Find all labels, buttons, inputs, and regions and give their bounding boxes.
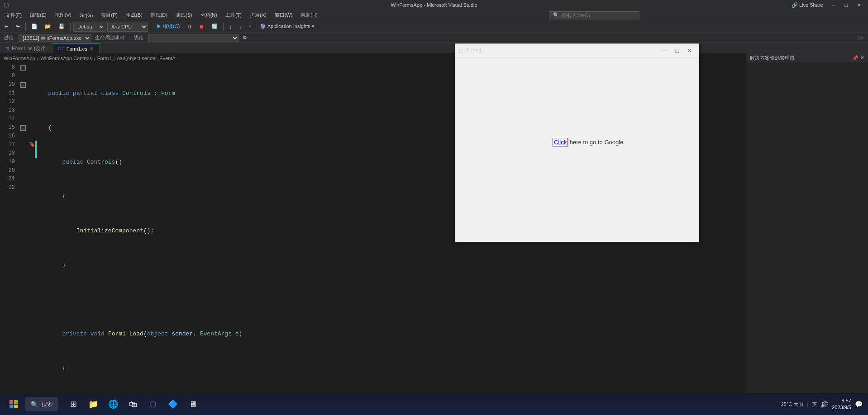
tab-form1-cs[interactable]: C# Form1.cs ✕ [52, 43, 100, 53]
step-over-btn[interactable]: ⤵ [226, 22, 234, 32]
solution-explorer-content [746, 63, 868, 415]
taskbar-right: 25°C 大雨 | 英 🔊 8:57 2023/9/5 💬 [781, 397, 863, 411]
menu-debug[interactable]: 调试(D) [147, 11, 171, 19]
panel-close-icon[interactable]: ✕ [860, 55, 864, 61]
form-preview-window: ⊡ Form1 ─ □ ✕ Click here to go to Google [455, 43, 699, 242]
live-share-btn[interactable]: 🔗 Live Share [788, 2, 827, 8]
process-label: 进程: [4, 34, 15, 41]
vscode-icon[interactable]: 🔷 [165, 396, 181, 412]
events-label: 生命周期事件 [95, 34, 125, 41]
menu-analyze[interactable]: 分析(N) [197, 11, 221, 19]
taskbar-date-value: 2023/9/5 [832, 404, 851, 411]
title-bar: ⬡ WinFormsApp - Microsoft Visual Studio … [0, 0, 868, 10]
start-button[interactable] [5, 396, 22, 412]
vs-taskbar-icon[interactable]: ⬡ [145, 396, 161, 412]
store-icon[interactable]: 🛍 [125, 396, 141, 412]
cs-file-icon: C# [58, 46, 64, 51]
form-body: Click here to go to Google [455, 57, 699, 242]
solution-explorer-title: 解决方案资源管理器 [750, 55, 795, 61]
run-btn[interactable]: ▶ 继续(C) [154, 22, 182, 32]
code-line-15: private void Form1_Load(object sender, E… [34, 330, 746, 338]
fold-icon-8[interactable]: − [20, 65, 26, 71]
step-out-btn[interactable]: ↑ [246, 22, 254, 32]
redo-btn[interactable]: ↪ [13, 22, 23, 32]
menu-tools[interactable]: 工具(T) [222, 11, 245, 19]
search-input[interactable] [561, 13, 634, 18]
svg-rect-1 [14, 400, 18, 404]
toolbar-sep-4 [223, 23, 224, 31]
breadcrumb-namespace[interactable]: WinFormsApp.Controls [40, 56, 92, 61]
restart-btn[interactable]: 🔄 [209, 22, 220, 32]
form-close-btn[interactable]: ✕ [684, 47, 695, 54]
fold-icon-10[interactable]: − [20, 82, 26, 88]
undo-btn[interactable]: ↩ [2, 22, 11, 32]
volume-icon[interactable]: 🔊 [820, 401, 828, 408]
menu-git[interactable]: Git(G) [76, 12, 96, 19]
tab-form1-designer[interactable]: ⊡ Form1.cs [设计] [0, 43, 52, 53]
main-area: WinFormsApp › WinFormsApp.Controls › For… [0, 53, 868, 415]
breadcrumb-file[interactable]: WinFormsApp [4, 56, 35, 61]
menu-bar: 文件(F) 编辑(E) 视图(V) Git(G) 项目(P) 生成(B) 调试(… [0, 10, 868, 20]
taskbar-search-label: 搜索 [42, 401, 52, 408]
terminal-icon[interactable]: 🖥 [185, 396, 201, 412]
code-line-14 [34, 295, 746, 304]
form-maximize-btn[interactable]: □ [672, 47, 682, 54]
tab-bar: ⊡ Form1.cs [设计] C# Form1.cs ✕ [0, 42, 868, 53]
menu-extensions[interactable]: 扩展(X) [246, 11, 270, 19]
file-explorer-icon[interactable]: 📁 [85, 396, 101, 412]
change-indicator: 🔖 [29, 63, 30, 415]
taskbar-app-icons: ⊞ 📁 🌐 🛍 ⬡ 🔷 🖥 [65, 396, 201, 412]
toolbar-sep-2 [70, 23, 71, 31]
pin-icon[interactable]: 📌 [852, 55, 858, 61]
stop-btn[interactable]: ⏹ [196, 22, 207, 32]
code-line-16: { [34, 364, 746, 373]
menu-help[interactable]: 帮助(H) [297, 11, 321, 19]
edge-icon[interactable]: 🌐 [105, 396, 121, 412]
close-btn[interactable]: ✕ [853, 2, 864, 8]
menu-edit[interactable]: 编辑(E) [26, 11, 50, 19]
maximize-btn[interactable]: □ [841, 2, 851, 8]
window-title: WinFormsApp - Microsoft Visual Studio [391, 2, 477, 8]
menu-test[interactable]: 测试(S) [172, 11, 196, 19]
form-minimize-btn[interactable]: ─ [659, 47, 670, 54]
menu-view[interactable]: 视图(V) [51, 11, 75, 19]
save-btn[interactable]: 💾 [56, 22, 67, 32]
debug-bar: 进程: [13812] WinFormsApp.exe 生命周期事件 | 线程:… [0, 33, 868, 42]
menu-project[interactable]: 项目(P) [97, 11, 121, 19]
debug-settings-btn[interactable]: ⚙ [243, 35, 247, 41]
taskbar-time-value: 8:57 [832, 397, 851, 404]
debug-mode-dropdown[interactable]: Debug Release [73, 22, 105, 32]
link-label-text: here to go to Google [568, 139, 623, 146]
open-btn[interactable]: 📂 [42, 22, 54, 32]
minimize-btn[interactable]: ─ [829, 2, 839, 8]
link-label-clickable[interactable]: Click [553, 138, 568, 146]
app-insights-label: 🔮 Application Insights ▾ [260, 24, 314, 29]
solution-explorer-panel: 解决方案资源管理器 📌 ✕ [746, 53, 868, 415]
toolbar-sep-1 [25, 23, 26, 31]
taskbar-search-box[interactable]: 🔍 搜索 [25, 397, 58, 411]
thread-label: 线程: [134, 34, 145, 41]
task-view-btn[interactable]: ⊞ [65, 396, 81, 412]
change-bar-17-18 [35, 141, 37, 158]
taskbar-clock: 8:57 2023/9/5 [832, 397, 851, 411]
toolbar-sep-5 [257, 23, 257, 31]
svg-rect-2 [10, 405, 13, 408]
breadcrumb-method[interactable]: Form1_Load(object sender, EventA... [97, 56, 180, 61]
link-label[interactable]: Click here to go to Google [553, 138, 623, 146]
new-file-btn[interactable]: 📄 [29, 22, 40, 32]
step-in-btn[interactable]: ↓ [236, 22, 244, 32]
process-dropdown[interactable]: [13812] WinFormsApp.exe [19, 34, 91, 42]
fold-icon-15[interactable]: − [20, 125, 26, 131]
cpu-dropdown[interactable]: Any CPU x86 x64 [107, 22, 148, 32]
menu-build[interactable]: 生成(B) [122, 11, 146, 19]
notification-icon[interactable]: 💬 [855, 401, 863, 408]
menu-window[interactable]: 窗口(W) [271, 11, 296, 19]
menu-file[interactable]: 文件(F) [2, 11, 25, 19]
code-line-13: } [34, 261, 746, 269]
line-numbers: 8 9 10 11 12 13 14 15 16 17 18 19 20 21 … [0, 63, 20, 415]
thread-dropdown[interactable] [148, 34, 239, 42]
tab-close-btn[interactable]: ✕ [90, 46, 94, 51]
lang-indicator: 英 [812, 401, 817, 408]
taskbar: 🔍 搜索 ⊞ 📁 🌐 🛍 ⬡ 🔷 🖥 25°C 大雨 | 英 🔊 8:57 20… [0, 393, 868, 415]
pause-btn[interactable]: ⏸ [184, 22, 195, 32]
